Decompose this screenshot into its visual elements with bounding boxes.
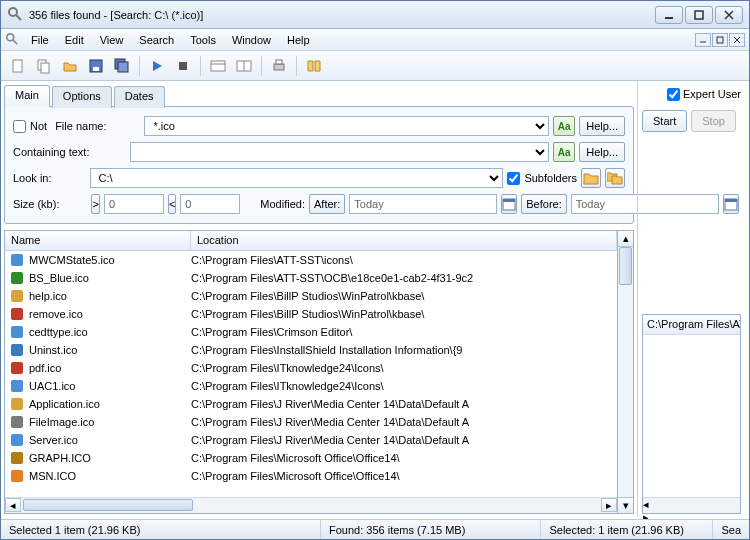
not-checkbox[interactable] [13, 120, 26, 133]
tab-options[interactable]: Options [52, 86, 112, 108]
new-icon[interactable] [7, 55, 29, 77]
svg-rect-43 [11, 470, 23, 482]
tab-main[interactable]: Main [4, 85, 50, 107]
size-min-input[interactable] [104, 194, 164, 214]
file-icon [9, 432, 25, 448]
table-row[interactable]: Server.icoC:\Program Files\J River\Media… [5, 431, 617, 449]
menu-view[interactable]: View [92, 31, 132, 49]
row-name: BS_Blue.ico [29, 272, 191, 284]
browse-folders-icon[interactable] [605, 168, 625, 188]
file-icon [9, 306, 25, 322]
browse-folder-icon[interactable] [581, 168, 601, 188]
table-row[interactable]: Uninst.icoC:\Program Files\InstallShield… [5, 341, 617, 359]
hscroll-right-icon[interactable]: ▸ [601, 498, 617, 512]
svg-rect-20 [179, 62, 187, 70]
stop-icon[interactable] [172, 55, 194, 77]
preview-hscrollbar[interactable]: ◂ ▸ [643, 497, 740, 513]
help-button-1[interactable]: Help... [579, 116, 625, 136]
menu-help[interactable]: Help [279, 31, 318, 49]
case-toggle-1[interactable]: Aa [553, 116, 575, 136]
svg-rect-38 [11, 380, 23, 392]
size-gt-button[interactable]: > [91, 194, 99, 214]
menu-edit[interactable]: Edit [57, 31, 92, 49]
table-row[interactable]: BS_Blue.icoC:\Program Files\ATT-SST\OCB\… [5, 269, 617, 287]
table-row[interactable]: UAC1.icoC:\Program Files\ITknowledge24\I… [5, 377, 617, 395]
table-row[interactable]: GRAPH.ICOC:\Program Files\Microsoft Offi… [5, 449, 617, 467]
svg-rect-41 [11, 434, 23, 446]
results-list: Name Location MWCMState5.icoC:\Program F… [4, 230, 618, 514]
row-location: C:\Program Files\BillP Studios\WinPatrol… [191, 290, 617, 302]
open-icon[interactable] [59, 55, 81, 77]
pscroll-left-icon[interactable]: ◂ [643, 498, 740, 511]
expert-checkbox[interactable] [667, 88, 680, 101]
table-row[interactable]: FileImage.icoC:\Program Files\J River\Me… [5, 413, 617, 431]
table-row[interactable]: pdf.icoC:\Program Files\ITknowledge24\Ic… [5, 359, 617, 377]
child-restore-button[interactable] [712, 33, 728, 47]
close-button[interactable] [715, 6, 743, 24]
print-icon[interactable] [268, 55, 290, 77]
table-row[interactable]: help.icoC:\Program Files\BillP Studios\W… [5, 287, 617, 305]
after-label-button[interactable]: After: [309, 194, 345, 214]
results-hscrollbar[interactable]: ◂ ▸ [5, 497, 617, 513]
column-name[interactable]: Name [5, 231, 191, 250]
row-location: C:\Program Files\BillP Studios\WinPatrol… [191, 308, 617, 320]
size-lt-button[interactable]: < [168, 194, 176, 214]
table-row[interactable]: MSN.ICOC:\Program Files\Microsoft Office… [5, 467, 617, 485]
table-row[interactable]: MWCMState5.icoC:\Program Files\ATT-SST\i… [5, 251, 617, 269]
row-location: C:\Program Files\J River\Media Center 14… [191, 434, 617, 446]
lookin-input[interactable]: C:\ [90, 168, 504, 188]
hscroll-left-icon[interactable]: ◂ [5, 498, 21, 512]
containing-label: Containing text: [13, 146, 89, 158]
after-input[interactable] [349, 194, 497, 214]
child-close-button[interactable] [729, 33, 745, 47]
filename-input[interactable]: *.ico [144, 116, 549, 136]
svg-rect-31 [11, 254, 23, 266]
minimize-button[interactable] [655, 6, 683, 24]
column-location[interactable]: Location [191, 231, 617, 250]
copy-icon[interactable] [33, 55, 55, 77]
vscroll-up-icon[interactable]: ▴ [618, 231, 633, 247]
containing-input[interactable] [130, 142, 549, 162]
after-calendar-icon[interactable] [501, 194, 517, 214]
vscroll-down-icon[interactable]: ▾ [618, 497, 633, 513]
svg-rect-21 [211, 61, 225, 71]
subfolders-label: Subfolders [524, 172, 577, 184]
menu-file[interactable]: File [23, 31, 57, 49]
maximize-button[interactable] [685, 6, 713, 24]
file-icon [9, 414, 25, 430]
menu-window[interactable]: Window [224, 31, 279, 49]
svg-point-6 [7, 33, 14, 40]
row-location: C:\Program Files\ATT-SST\OCB\e18ce0e1-ca… [191, 272, 617, 284]
menu-app-icon [5, 32, 19, 48]
tab-dates[interactable]: Dates [114, 86, 165, 108]
window-title: 356 files found - [Search: C:\ (*.ico)] [29, 9, 655, 21]
status-tail: Sea [713, 520, 749, 539]
table-row[interactable]: cedttype.icoC:\Program Files\Crimson Edi… [5, 323, 617, 341]
svg-rect-39 [11, 398, 23, 410]
start-button[interactable]: Start [642, 110, 687, 132]
menu-search[interactable]: Search [131, 31, 182, 49]
subfolders-checkbox[interactable] [507, 172, 520, 185]
child-minimize-button[interactable] [695, 33, 711, 47]
stop-button[interactable]: Stop [691, 110, 736, 132]
file-icon [9, 270, 25, 286]
case-toggle-2[interactable]: Aa [553, 142, 575, 162]
help-button-2[interactable]: Help... [579, 142, 625, 162]
table-row[interactable]: Application.icoC:\Program Files\J River\… [5, 395, 617, 413]
play-icon[interactable] [146, 55, 168, 77]
row-name: GRAPH.ICO [29, 452, 191, 464]
svg-marker-19 [153, 61, 162, 71]
preview-path: C:\Program Files\ATT-SST\icons\MWCMS [643, 315, 740, 335]
panel2-icon[interactable] [233, 55, 255, 77]
svg-rect-26 [276, 60, 282, 64]
before-label-button[interactable]: Before: [521, 194, 566, 214]
save-icon[interactable] [85, 55, 107, 77]
panel1-icon[interactable] [207, 55, 229, 77]
table-row[interactable]: remove.icoC:\Program Files\BillP Studios… [5, 305, 617, 323]
results-vscrollbar[interactable]: ▴ ▾ [618, 230, 634, 514]
saveall-icon[interactable] [111, 55, 133, 77]
size-max-input[interactable] [180, 194, 240, 214]
menu-tools[interactable]: Tools [182, 31, 224, 49]
book-icon[interactable] [303, 55, 325, 77]
search-form: Not File name: *.ico Aa Help... Containi… [4, 106, 634, 224]
